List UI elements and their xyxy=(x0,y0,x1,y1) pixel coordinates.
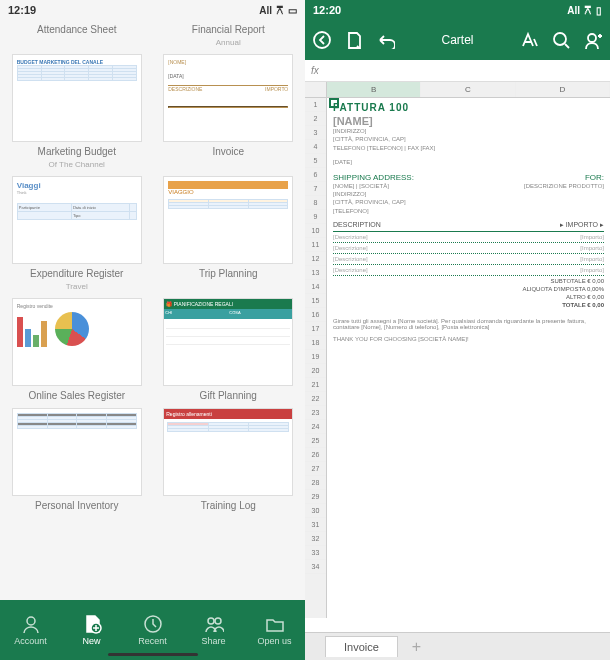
row-header[interactable]: 30 xyxy=(305,504,326,518)
formula-bar[interactable]: fx xyxy=(305,60,610,82)
row-header[interactable]: 15 xyxy=(305,294,326,308)
row-header[interactable]: 23 xyxy=(305,406,326,420)
back-icon[interactable] xyxy=(313,31,331,49)
row-header[interactable]: 12 xyxy=(305,252,326,266)
wifi-icon: ⩞ xyxy=(275,5,285,16)
row-header[interactable]: 18 xyxy=(305,336,326,350)
invoice-name: [NAME] xyxy=(333,115,604,127)
amount-header: IMPORTO xyxy=(566,221,598,228)
row-header[interactable]: 31 xyxy=(305,518,326,532)
ship-phone: [TELEFONO] xyxy=(333,207,604,215)
row-header[interactable]: 33 xyxy=(305,546,326,560)
tab-share[interactable]: Share xyxy=(183,600,244,660)
template-tile-invoice[interactable]: [NOME] [DATA] DESCRIZIONEIMPORTO Invoice xyxy=(160,54,298,170)
row-header[interactable]: 11 xyxy=(305,238,326,252)
for-desc: [DESCRIZIONE PRODOTTO] xyxy=(524,182,604,190)
row-header[interactable]: 10 xyxy=(305,224,326,238)
row-header[interactable]: 34 xyxy=(305,560,326,574)
tab-recent[interactable]: Recent xyxy=(122,600,183,660)
select-all-corner[interactable] xyxy=(305,82,327,97)
status-time: 12:19 xyxy=(8,4,36,16)
template-thumb: BUDGET MARKETING DEL CANALE xyxy=(12,54,142,142)
line-desc: [Descrizione] xyxy=(333,234,368,240)
row-header[interactable]: 16 xyxy=(305,308,326,322)
row-header[interactable]: 14 xyxy=(305,280,326,294)
cells-area[interactable]: FATTURA 100 [NAME] [INDIRIZZO] [CITTÀ, P… xyxy=(327,98,610,618)
row-header[interactable]: 22 xyxy=(305,392,326,406)
row-header[interactable]: 5 xyxy=(305,154,326,168)
template-gallery[interactable]: Attendance Sheet Financial ReportAnnual … xyxy=(0,20,305,600)
template-tile-trip[interactable]: VIAGGIO Trip Planning xyxy=(160,176,298,292)
col-header[interactable]: D xyxy=(516,82,610,97)
template-tile-gift[interactable]: 🎁 PIANIFICAZIONE REGALI CHICOSA Gift Pla… xyxy=(160,298,298,402)
undo-icon[interactable] xyxy=(377,31,395,49)
network-label: All xyxy=(259,5,272,16)
row-header[interactable]: 27 xyxy=(305,462,326,476)
status-icons: All ⩞ ▭ xyxy=(259,5,297,16)
row-header[interactable]: 17 xyxy=(305,322,326,336)
template-tile-marketing-budget[interactable]: BUDGET MARKETING DEL CANALE Marketing Bu… xyxy=(8,54,146,170)
row-header[interactable]: 20 xyxy=(305,364,326,378)
template-sublabel: Travel xyxy=(66,282,88,291)
bottom-nav: Account New Recent Share Open us xyxy=(0,600,305,660)
spreadsheet-grid[interactable]: 1234567891011121314151617181920212223242… xyxy=(305,98,610,618)
row-header[interactable]: 9 xyxy=(305,210,326,224)
template-tile[interactable]: Attendance Sheet xyxy=(8,20,146,48)
active-cell-indicator xyxy=(329,98,339,108)
template-thumb: Registro allenamenti xyxy=(163,408,293,496)
tab-account[interactable]: Account xyxy=(0,600,61,660)
row-header[interactable]: 28 xyxy=(305,476,326,490)
row-header[interactable]: 19 xyxy=(305,350,326,364)
template-label: Training Log xyxy=(201,500,256,511)
wifi-icon: ⩞ xyxy=(583,5,593,16)
row-header[interactable]: 21 xyxy=(305,378,326,392)
template-label: Expenditure Register xyxy=(30,268,123,279)
template-label: Invoice xyxy=(212,146,244,157)
tab-new[interactable]: New xyxy=(61,600,122,660)
row-header[interactable]: 32 xyxy=(305,532,326,546)
sheet-tab[interactable]: Invoice xyxy=(325,636,398,657)
tax: ALIQUOTA D'IMPOSTA 0,00% xyxy=(333,286,604,292)
row-header[interactable]: 3 xyxy=(305,126,326,140)
row-header[interactable]: 4 xyxy=(305,140,326,154)
row-header[interactable]: 8 xyxy=(305,196,326,210)
status-bar: 12:20 All ⩞ ▯ xyxy=(305,0,610,20)
thumb-text: [DATA] xyxy=(168,73,288,79)
share-person-icon[interactable] xyxy=(584,31,602,49)
sheet-tabs-bar: Invoice + xyxy=(305,632,610,660)
search-icon[interactable] xyxy=(552,31,570,49)
row-header[interactable]: 13 xyxy=(305,266,326,280)
invoice-date: [DATE] xyxy=(333,158,604,166)
col-header[interactable]: B xyxy=(327,82,421,97)
template-thumb: Registro vendite xyxy=(12,298,142,386)
row-header[interactable]: 29 xyxy=(305,490,326,504)
tab-label: Recent xyxy=(138,636,167,646)
file-icon[interactable] xyxy=(345,31,363,49)
line-amt: [Importo] xyxy=(580,256,604,262)
template-tile-sales[interactable]: Registro vendite Online Sales Register xyxy=(8,298,146,402)
row-header[interactable]: 1 xyxy=(305,98,326,112)
font-icon[interactable] xyxy=(520,31,538,49)
template-tile[interactable]: Financial ReportAnnual xyxy=(160,20,298,48)
template-tile-travel[interactable]: Viaggi Think ParticipanteData di inizioT… xyxy=(8,176,146,292)
template-thumb: Viaggi Think ParticipanteData di inizioT… xyxy=(12,176,142,264)
thumb-text: Viaggi xyxy=(17,181,137,190)
col-header[interactable]: C xyxy=(421,82,515,97)
row-header[interactable]: 6 xyxy=(305,168,326,182)
row-header[interactable]: 2 xyxy=(305,112,326,126)
battery-icon: ▯ xyxy=(596,5,602,16)
add-sheet-button[interactable]: + xyxy=(398,638,435,656)
battery-icon: ▭ xyxy=(288,5,297,16)
row-header[interactable]: 7 xyxy=(305,182,326,196)
template-label: Attendance Sheet xyxy=(37,24,117,35)
template-label: Trip Planning xyxy=(199,268,258,279)
row-header[interactable]: 25 xyxy=(305,434,326,448)
tab-open[interactable]: Open us xyxy=(244,600,305,660)
template-tile-training[interactable]: Registro allenamenti Training Log xyxy=(160,408,298,512)
svg-point-6 xyxy=(554,33,566,45)
people-icon xyxy=(204,614,224,634)
subtotal: SUBTOTALE € 0,00 xyxy=(333,278,604,284)
template-tile-inventory[interactable]: Personal Inventory xyxy=(8,408,146,512)
row-header[interactable]: 26 xyxy=(305,448,326,462)
row-header[interactable]: 24 xyxy=(305,420,326,434)
